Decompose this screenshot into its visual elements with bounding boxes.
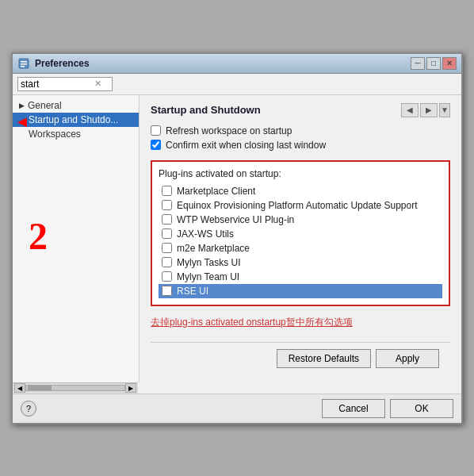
sidebar-startup-label: Startup and Shutdo... [29,114,118,125]
help-button[interactable]: ? [21,401,36,416]
plugin-jaxws-checkbox[interactable] [162,228,172,239]
nav-dropdown-button[interactable]: ▼ [439,103,450,117]
plugin-m2e-label: m2e Marketplace [177,243,250,254]
sidebar-item-startup[interactable]: Startup and Shutdo... [13,113,139,127]
preferences-window: Preferences ─ □ ✕ ✕ ◄ ▶ General [11,52,463,424]
checkbox-confirm: Confirm exit when closing last window [151,140,450,151]
svg-rect-3 [21,66,25,67]
plugin-mylyn-team[interactable]: Mylyn Team UI [159,270,442,284]
plugin-marketplace-client-label: Marketplace Client [177,186,255,197]
window-body: ✕ ◄ ▶ General Startup and Shutdo... Work… [13,74,461,423]
footer-right: Cancel OK [322,399,453,418]
plugin-m2e-checkbox[interactable] [162,243,172,253]
sidebar: ◄ ▶ General Startup and Shutdo... Worksp… [13,95,140,382]
scroll-track [25,385,125,391]
startup-checkboxes: Refresh workspace on startup Confirm exi… [151,125,450,151]
plugin-m2e[interactable]: m2e Marketplace [159,241,442,255]
sidebar-general-label: General [28,100,62,111]
plugin-mylyn-tasks-checkbox[interactable] [162,257,172,267]
cancel-button[interactable]: Cancel [322,399,385,418]
plugin-equinox-checkbox[interactable] [162,200,172,210]
minimize-button[interactable]: ─ [411,57,425,70]
plugin-wtp-label: WTP Webservice UI Plug-in [177,214,294,225]
title-bar: Preferences ─ □ ✕ [13,54,461,74]
plugin-box: Plug-ins activated on startup: Marketpla… [151,160,450,306]
uncheck-all-link[interactable]: 去掉plug-ins activated onstartup暂中所有勾选项 [151,316,450,329]
right-panel: Startup and Shutdown ◀ ▶ ▼ Refresh works… [140,95,461,382]
title-buttons: ─ □ ✕ [411,57,457,70]
expand-arrow-icon: ▶ [19,102,25,109]
checkbox-confirm-label: Confirm exit when closing last window [166,140,326,151]
sidebar-workspaces-label: Workspaces [29,129,81,140]
horizontal-scrollbar[interactable]: ◀ ▶ [13,382,138,393]
title-bar-left: Preferences [17,57,90,70]
search-box: ✕ [17,77,113,91]
checkbox-refresh-input[interactable] [151,125,161,136]
plugin-mylyn-tasks-label: Mylyn Tasks UI [177,257,240,268]
scroll-thumb[interactable] [28,386,52,390]
footer-left: ? [21,401,36,416]
scroll-left-arrow[interactable]: ◀ [14,383,25,393]
plugin-wtp-checkbox[interactable] [162,214,172,225]
plugin-box-title: Plug-ins activated on startup: [159,168,442,179]
plugin-rse-ui-checkbox[interactable] [162,286,172,296]
plugin-mylyn-team-checkbox[interactable] [162,271,172,282]
panel-header: Startup and Shutdown ◀ ▶ ▼ [151,103,450,117]
window-title: Preferences [35,58,90,69]
restore-defaults-button[interactable]: Restore Defaults [277,349,371,368]
sidebar-item-general[interactable]: ▶ General [13,98,139,113]
nav-forward-button[interactable]: ▶ [420,103,438,117]
scroll-right-arrow[interactable]: ▶ [125,383,136,393]
apply-button[interactable]: Apply [376,349,439,368]
toolbar: ✕ [13,74,461,95]
svg-rect-1 [21,61,27,63]
search-input[interactable] [21,79,92,90]
main-content: ◄ ▶ General Startup and Shutdo... Worksp… [13,95,461,382]
plugin-rse-ui[interactable]: RSE UI [159,284,442,298]
plugin-equinox-label: Equinox Provisioning Platform Automatic … [177,200,418,211]
plugin-marketplace-client-checkbox[interactable] [162,186,172,196]
plugin-jaxws[interactable]: JAX-WS Utils [159,227,442,241]
plugin-jaxws-label: JAX-WS Utils [177,228,234,240]
plugin-mylyn-team-label: Mylyn Team UI [177,271,239,282]
plugin-marketplace-client[interactable]: Marketplace Client [159,184,442,198]
sidebar-item-workspaces[interactable]: Workspaces [13,127,139,141]
nav-back-button[interactable]: ◀ [401,103,419,117]
checkbox-refresh-label: Refresh workspace on startup [166,125,292,136]
checkbox-refresh: Refresh workspace on startup [151,125,450,136]
panel-title: Startup and Shutdown [151,104,261,116]
svg-rect-2 [21,63,27,65]
bottom-buttons: Restore Defaults Apply [151,342,450,374]
preferences-icon [17,57,30,70]
maximize-button[interactable]: □ [426,57,441,70]
search-clear-icon[interactable]: ✕ [94,79,101,89]
plugin-mylyn-tasks[interactable]: Mylyn Tasks UI [159,255,442,270]
close-button[interactable]: ✕ [442,57,457,70]
ok-button[interactable]: OK [390,399,453,418]
plugin-list: Marketplace Client Equinox Provisioning … [159,184,442,298]
plugin-rse-ui-label: RSE UI [177,286,208,297]
plugin-equinox[interactable]: Equinox Provisioning Platform Automatic … [159,198,442,213]
footer: ? Cancel OK [13,393,461,423]
checkbox-confirm-input[interactable] [151,140,161,150]
plugin-wtp[interactable]: WTP Webservice UI Plug-in [159,213,442,227]
nav-buttons: ◀ ▶ ▼ [401,103,450,117]
